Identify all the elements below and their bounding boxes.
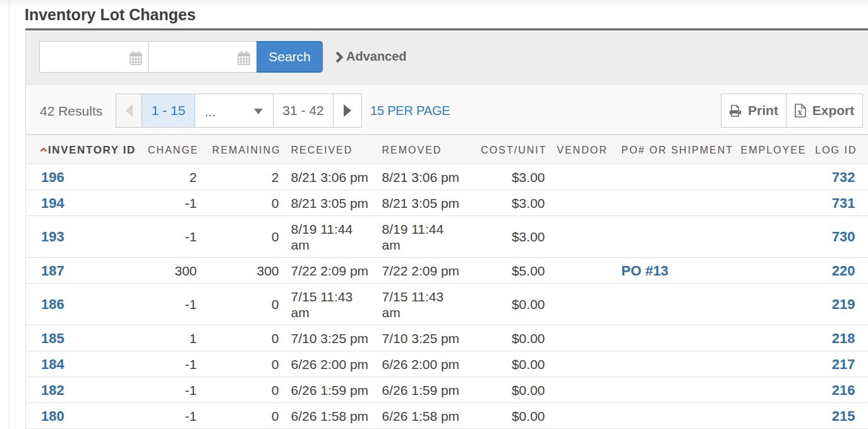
svg-text:x: x [797, 107, 802, 117]
